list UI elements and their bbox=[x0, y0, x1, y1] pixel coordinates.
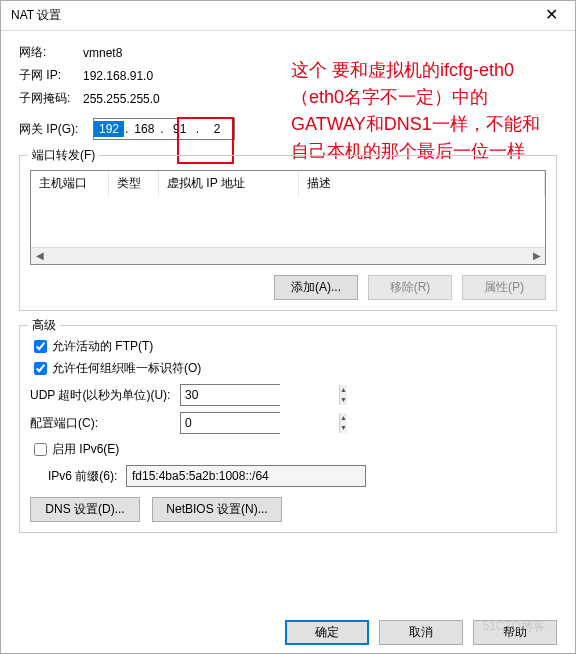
allow-oui-row: 允许任何组织唯一标识符(O) bbox=[30, 359, 546, 378]
add-button[interactable]: 添加(A)... bbox=[274, 275, 358, 300]
col-type[interactable]: 类型 bbox=[109, 171, 159, 196]
enable-ipv6-checkbox[interactable] bbox=[34, 443, 47, 456]
properties-button: 属性(P) bbox=[462, 275, 546, 300]
spin-up-icon[interactable]: ▲ bbox=[340, 385, 347, 395]
subnet-mask-value: 255.255.255.0 bbox=[83, 92, 160, 106]
allow-oui-label: 允许任何组织唯一标识符(O) bbox=[52, 360, 201, 377]
port-forward-list[interactable]: 主机端口 类型 虚拟机 IP 地址 描述 ◀ ▶ bbox=[30, 170, 546, 265]
advanced-buttons: DNS 设置(D)... NetBIOS 设置(N)... bbox=[30, 497, 546, 522]
remove-button: 移除(R) bbox=[368, 275, 452, 300]
subnet-ip-value: 192.168.91.0 bbox=[83, 69, 153, 83]
dialog-body: 网络: vmnet8 子网 IP: 192.168.91.0 子网掩码: 255… bbox=[1, 31, 575, 653]
config-port-spinner[interactable]: ▲ ▼ bbox=[180, 412, 280, 434]
port-forward-group: 端口转发(F) 主机端口 类型 虚拟机 IP 地址 描述 ◀ ▶ 添加(A)..… bbox=[19, 155, 557, 311]
gateway-ip-octet-2[interactable] bbox=[129, 121, 159, 137]
udp-timeout-label: UDP 超时(以秒为单位)(U): bbox=[30, 387, 180, 404]
spin-up-icon[interactable]: ▲ bbox=[340, 413, 347, 423]
netbios-settings-button[interactable]: NetBIOS 设置(N)... bbox=[152, 497, 282, 522]
spin-down-icon[interactable]: ▼ bbox=[340, 395, 347, 405]
dialog-title: NAT 设置 bbox=[11, 7, 61, 24]
list-body bbox=[31, 196, 545, 247]
allow-ftp-label: 允许活动的 FTP(T) bbox=[52, 338, 153, 355]
col-desc[interactable]: 描述 bbox=[299, 171, 545, 196]
subnet-mask-row: 子网掩码: 255.255.255.0 bbox=[19, 90, 557, 107]
config-port-input[interactable] bbox=[181, 413, 339, 433]
allow-ftp-row: 允许活动的 FTP(T) bbox=[30, 337, 546, 356]
enable-ipv6-label: 启用 IPv6(E) bbox=[52, 441, 119, 458]
spin-down-icon[interactable]: ▼ bbox=[340, 423, 347, 433]
udp-timeout-row: UDP 超时(以秒为单位)(U): ▲ ▼ bbox=[30, 384, 546, 406]
port-forward-buttons: 添加(A)... 移除(R) 属性(P) bbox=[30, 275, 546, 300]
advanced-group: 高级 允许活动的 FTP(T) 允许任何组织唯一标识符(O) UDP 超时(以秒… bbox=[19, 325, 557, 533]
col-vm-ip[interactable]: 虚拟机 IP 地址 bbox=[159, 171, 299, 196]
udp-timeout-spinner[interactable]: ▲ ▼ bbox=[180, 384, 280, 406]
gateway-ip-octet-3[interactable] bbox=[165, 121, 195, 137]
ipv6-prefix-input bbox=[126, 465, 366, 487]
allow-ftp-checkbox[interactable] bbox=[34, 340, 47, 353]
cancel-button[interactable]: 取消 bbox=[379, 620, 463, 645]
network-value: vmnet8 bbox=[83, 46, 122, 60]
gateway-ip-input[interactable]: . . . bbox=[93, 118, 235, 140]
gateway-ip-octet-4[interactable] bbox=[200, 121, 234, 137]
list-header: 主机端口 类型 虚拟机 IP 地址 描述 bbox=[31, 171, 545, 196]
gateway-ip-octet-1[interactable] bbox=[94, 121, 124, 137]
dns-settings-button[interactable]: DNS 设置(D)... bbox=[30, 497, 140, 522]
network-row: 网络: vmnet8 bbox=[19, 44, 557, 61]
close-button[interactable]: ✕ bbox=[531, 3, 571, 29]
col-host-port[interactable]: 主机端口 bbox=[31, 171, 109, 196]
scroll-right-icon[interactable]: ▶ bbox=[528, 248, 545, 264]
scroll-left-icon[interactable]: ◀ bbox=[31, 248, 48, 264]
subnet-mask-label: 子网掩码: bbox=[19, 90, 83, 107]
ok-button[interactable]: 确定 bbox=[285, 620, 369, 645]
enable-ipv6-row: 启用 IPv6(E) bbox=[30, 440, 546, 459]
titlebar: NAT 设置 ✕ bbox=[1, 1, 575, 31]
gateway-row: 网关 IP(G): . . . bbox=[19, 118, 557, 140]
network-label: 网络: bbox=[19, 44, 83, 61]
config-port-row: 配置端口(C): ▲ ▼ bbox=[30, 412, 546, 434]
footer-buttons: 确定 取消 帮助 51CTO博客 bbox=[19, 620, 557, 645]
gateway-label: 网关 IP(G): bbox=[19, 121, 91, 138]
nat-settings-dialog: NAT 设置 ✕ 网络: vmnet8 子网 IP: 192.168.91.0 … bbox=[0, 0, 576, 654]
ipv6-prefix-row: IPv6 前缀(6): bbox=[48, 465, 546, 487]
horizontal-scrollbar[interactable]: ◀ ▶ bbox=[31, 247, 545, 264]
udp-timeout-input[interactable] bbox=[181, 385, 339, 405]
port-forward-legend: 端口转发(F) bbox=[28, 147, 99, 164]
ipv6-prefix-label: IPv6 前缀(6): bbox=[48, 468, 126, 485]
watermark: 51CTO博客 bbox=[483, 618, 545, 635]
subnet-ip-row: 子网 IP: 192.168.91.0 bbox=[19, 67, 557, 84]
allow-oui-checkbox[interactable] bbox=[34, 362, 47, 375]
subnet-ip-label: 子网 IP: bbox=[19, 67, 83, 84]
advanced-legend: 高级 bbox=[28, 317, 60, 334]
config-port-label: 配置端口(C): bbox=[30, 415, 180, 432]
